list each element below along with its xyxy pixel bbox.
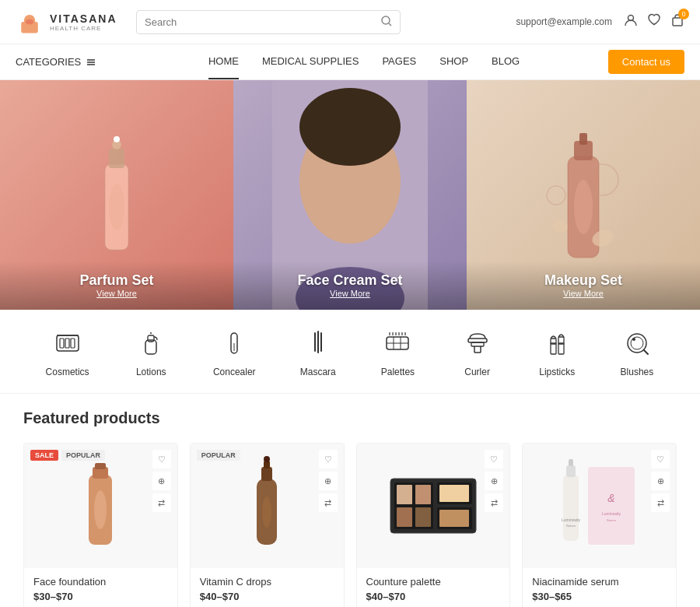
cart-badge: 0	[678, 9, 689, 19]
product-name-2: Counture palette	[366, 576, 501, 588]
svg-rect-80	[397, 507, 412, 527]
product-image-1: POPULAR ♡ ⊕ ⇄	[191, 444, 344, 568]
compare-button-1[interactable]: ⇄	[319, 493, 338, 512]
nav-home[interactable]: HOME	[208, 44, 239, 79]
search-input[interactable]	[145, 16, 381, 28]
curler-icon	[460, 325, 495, 360]
makeup-illustration	[544, 118, 622, 273]
cart-icon[interactable]: 0	[670, 13, 684, 30]
hero-card-parfum[interactable]: Parfum Set View More	[0, 80, 233, 310]
palettes-icon	[380, 325, 415, 360]
lipsticks-icon	[540, 325, 575, 360]
vitamin-illustration	[240, 451, 294, 560]
products-grid: SALE POPULAR ♡ ⊕ ⇄ Face foundation	[23, 443, 677, 607]
wishlist-button-2[interactable]: ♡	[485, 450, 503, 468]
product-info-2: Counture palette $40–$70 ★★★★★ Select op…	[357, 568, 510, 607]
svg-rect-84	[563, 475, 579, 541]
product-price-2: $40–$70	[366, 591, 501, 602]
category-label-lotions: Lotions	[136, 367, 166, 377]
svg-point-13	[114, 136, 120, 142]
wishlist-button-3[interactable]: ♡	[651, 450, 670, 468]
svg-rect-59	[558, 343, 564, 354]
nav-pages[interactable]: PAGES	[382, 44, 416, 79]
featured-title: Featured products	[23, 409, 677, 427]
svg-point-26	[551, 218, 569, 234]
nav-medical-supplies[interactable]: MEDICAL SUPPLIES	[262, 44, 359, 79]
nav-shop[interactable]: SHOP	[439, 44, 468, 79]
search-icon	[381, 16, 392, 26]
category-curler[interactable]: Curler	[460, 325, 495, 377]
category-mascara[interactable]: Mascara	[300, 325, 336, 377]
svg-rect-67	[95, 463, 106, 469]
category-label-concealer: Concealer	[213, 367, 256, 377]
search-button[interactable]	[381, 16, 392, 29]
svg-point-28	[547, 186, 565, 205]
product-price-0: $30–$70	[33, 591, 168, 602]
user-icon[interactable]	[624, 13, 638, 30]
svg-point-72	[264, 456, 270, 462]
category-cosmetics[interactable]: Cosmetics	[46, 325, 89, 377]
svg-rect-83	[439, 510, 469, 527]
hero-link-facecream[interactable]: View More	[245, 289, 455, 298]
header: VITASANA HEALTH CARE support@example.com	[0, 0, 700, 44]
cosmetics-icon	[50, 325, 85, 360]
product-actions-1: ♡ ⊕ ⇄	[319, 450, 338, 512]
wishlist-button-1[interactable]: ♡	[319, 450, 338, 468]
categories-row: Cosmetics Lotions Concealer	[0, 310, 700, 394]
hero-link-makeup[interactable]: View More	[478, 289, 688, 298]
serum-illustration: Luminosity Serum & Luminosity Serum	[557, 451, 642, 560]
svg-text:Serum: Serum	[607, 518, 616, 522]
svg-point-19	[299, 88, 401, 166]
svg-rect-86	[569, 459, 573, 466]
category-label-mascara: Mascara	[300, 367, 336, 377]
category-blushes[interactable]: Blushes	[619, 325, 654, 377]
zoom-button-3[interactable]: ⊕	[651, 472, 670, 490]
svg-rect-81	[415, 507, 431, 527]
category-label-palettes: Palettes	[381, 367, 415, 377]
logo-name: VITASANA	[50, 12, 117, 25]
logo-icon	[16, 8, 44, 36]
category-label-cosmetics: Cosmetics	[46, 367, 89, 377]
product-price-1: $40–$70	[200, 591, 334, 602]
logo-text: VITASANA HEALTH CARE	[50, 12, 117, 32]
category-palettes[interactable]: Palettes	[380, 325, 415, 377]
hero-card-makeup[interactable]: Makeup Set View More	[467, 80, 700, 310]
hero-grid: Parfum Set View More Face Cre	[0, 80, 700, 310]
product-actions-0: ♡ ⊕ ⇄	[152, 450, 171, 512]
wishlist-button-0[interactable]: ♡	[152, 450, 171, 468]
wishlist-icon[interactable]	[647, 13, 661, 30]
category-label-curler: Curler	[464, 367, 490, 377]
hero-card-facecream[interactable]: Face Cream Set View More	[233, 80, 467, 310]
svg-rect-31	[65, 339, 69, 348]
product-image-0: SALE POPULAR ♡ ⊕ ⇄	[24, 444, 177, 568]
compare-button-2[interactable]: ⇄	[485, 493, 503, 512]
svg-rect-70	[261, 467, 272, 481]
product-card-0: SALE POPULAR ♡ ⊕ ⇄ Face foundation	[23, 443, 178, 607]
zoom-button-0[interactable]: ⊕	[152, 472, 171, 490]
navigation: CATEGORIES HOME MEDICAL SUPPLIES PAGES S…	[0, 44, 700, 80]
category-lipsticks[interactable]: Lipsticks	[539, 325, 575, 377]
contact-button[interactable]: Contact us	[608, 50, 684, 74]
hero-overlay-parfum: Parfum Set View More	[0, 261, 233, 310]
palette-illustration	[387, 471, 480, 541]
svg-rect-6	[673, 18, 682, 26]
category-lotions[interactable]: Lotions	[134, 325, 169, 377]
nav-blog[interactable]: BLOG	[492, 44, 520, 79]
compare-button-3[interactable]: ⇄	[651, 493, 670, 512]
category-concealer[interactable]: Concealer	[213, 325, 256, 377]
logo-subtitle: HEALTH CARE	[50, 25, 117, 32]
svg-rect-35	[148, 335, 154, 342]
svg-text:Luminosity: Luminosity	[602, 511, 621, 516]
parfum-illustration	[78, 118, 156, 273]
categories-label: CATEGORIES	[16, 56, 81, 68]
zoom-button-2[interactable]: ⊕	[485, 472, 503, 490]
categories-button[interactable]: CATEGORIES	[16, 45, 96, 79]
search-bar[interactable]	[136, 10, 401, 34]
svg-rect-30	[60, 339, 64, 348]
hero-overlay-facecream: Face Cream Set View More	[233, 261, 467, 310]
svg-rect-82	[439, 485, 469, 502]
hero-link-parfum[interactable]: View More	[12, 289, 222, 298]
compare-button-0[interactable]: ⇄	[152, 493, 171, 512]
svg-rect-23	[579, 133, 587, 145]
zoom-button-1[interactable]: ⊕	[319, 472, 338, 490]
